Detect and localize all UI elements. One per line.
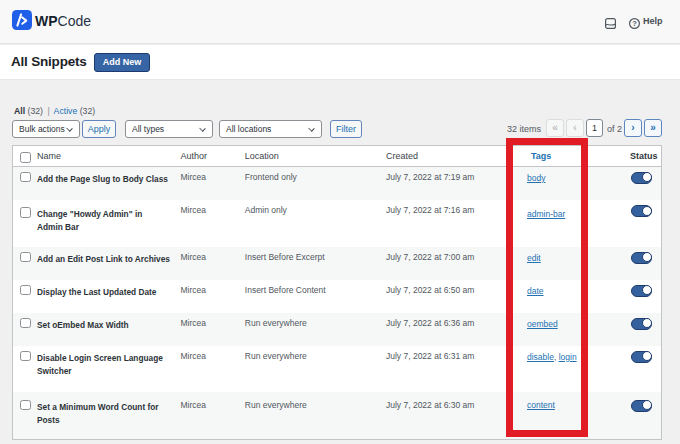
svg-text:?: ? (632, 19, 637, 28)
